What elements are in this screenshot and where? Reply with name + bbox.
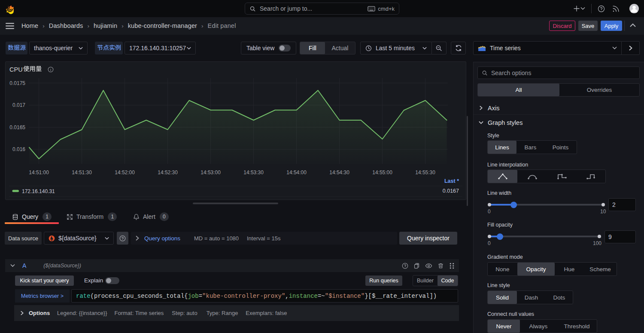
svg-text:14:53:00: 14:53:00 — [200, 170, 221, 176]
svg-text:172.16.140.31: 172.16.140.31 — [22, 188, 55, 194]
svg-text:14:55:30: 14:55:30 — [415, 170, 435, 176]
svg-text:14:53:30: 14:53:30 — [243, 170, 264, 176]
svg-text:14:54:30: 14:54:30 — [329, 170, 349, 176]
svg-text:0.0167: 0.0167 — [443, 188, 459, 194]
svg-text:14:52:30: 14:52:30 — [158, 170, 178, 176]
svg-text:0.0165: 0.0165 — [9, 124, 25, 130]
svg-text:Last *: Last * — [444, 178, 459, 184]
svg-text:14:52:00: 14:52:00 — [115, 170, 135, 176]
svg-text:14:55:00: 14:55:00 — [372, 170, 392, 176]
svg-text:0.017: 0.017 — [12, 102, 25, 108]
svg-text:0.016: 0.016 — [12, 146, 25, 152]
svg-text:14:51:30: 14:51:30 — [72, 170, 92, 176]
svg-text:0.0175: 0.0175 — [9, 80, 25, 86]
svg-text:14:54:00: 14:54:00 — [286, 170, 307, 176]
svg-text:14:51:00: 14:51:00 — [29, 170, 49, 176]
